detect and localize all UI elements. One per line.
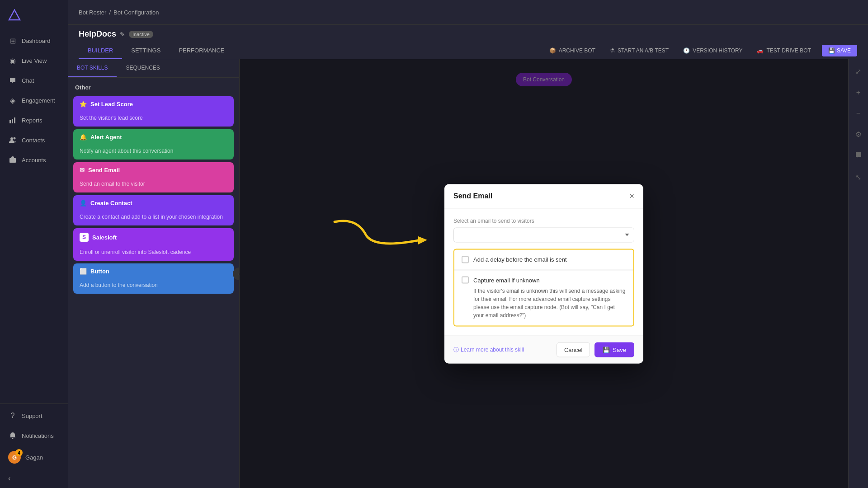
zoom-out-icon[interactable]: − [854,107,863,120]
accounts-icon [8,155,17,164]
breadcrumb-parent[interactable]: Bot Roster [79,9,106,16]
skill-title: Create Contact [90,200,132,206]
ab-test-button[interactable]: ⚗ START AN A/B TEST [606,45,672,56]
sidebar-bottom: ? Support Notifications G 4 Gagan ‹ [0,402,68,488]
sidebar-item-contacts[interactable]: Contacts [0,130,68,150]
capture-description: If the visitor's email is unknown this w… [473,284,626,319]
skill-title: Send Email [88,167,120,174]
test-drive-button[interactable]: 🚗 TEST DRIVE BOT [753,45,814,56]
bell-icon: 🔔 [80,134,87,141]
person-add-icon: 👤 [80,200,87,206]
save-icon: 💾 [828,47,835,54]
capture-checkbox-row[interactable]: Capture email if unknown If the visitor'… [454,270,633,325]
email-icon: ✉ [80,167,85,174]
breadcrumb-separator: / [109,9,111,16]
canvas-area: Bot Conversation Send Email × Select an … [240,59,848,488]
sidebar-item-user[interactable]: G 4 Gagan [0,446,68,469]
modal-footer: ⓘ Learn more about this skill Cancel 💾 S… [444,335,643,363]
sidebar-item-label: Chat [22,77,34,84]
app-logo[interactable] [0,0,68,31]
tab-sequences[interactable]: SEQUENCES [117,59,169,77]
zoom-in-icon[interactable]: + [854,86,863,99]
sidebar-collapse-btn[interactable]: ‹ [0,469,68,488]
skills-section-title: Other [68,78,239,94]
skill-card-salesloft[interactable]: S Salesloft Enroll or unenroll visitor i… [73,228,234,261]
skill-card-create-contact[interactable]: 👤 Create Contact Create a contact and ad… [73,195,234,225]
support-icon: ? [8,411,17,420]
skills-tabs: BOT SKILLS SEQUENCES [68,59,239,78]
email-select[interactable] [453,227,634,242]
skill-description: Create a contact and add to a list in yo… [73,211,234,225]
skill-card-send-email[interactable]: ✉ Send Email Send an email to the visito… [73,162,234,192]
skill-card-button[interactable]: ⬜ Button Add a button to the conversatio… [73,263,234,294]
email-select-label: Select an email to send to visitors [453,217,634,224]
sidebar-item-label: Notifications [22,432,54,439]
contacts-icon [8,136,17,145]
live-view-icon: ◉ [8,56,17,65]
right-sidebar: ⤢ + − ⚙ ⤡ [848,59,868,488]
expand-arrows-icon[interactable]: ⤡ [853,170,864,184]
breadcrumb: Bot Roster / Bot Configuration [79,9,159,16]
skill-description: Enroll or unenroll visitor into Saleslof… [73,246,234,261]
skill-title: Alert Agent [90,134,122,141]
sidebar-item-support[interactable]: ? Support [0,406,68,426]
reports-icon [8,116,17,125]
panel-collapse-button[interactable]: ‹ [233,267,240,280]
skill-title: Button [90,268,109,275]
save-modal-icon: 💾 [603,346,610,353]
sidebar-item-live-view[interactable]: ◉ Live View [0,51,68,70]
archive-bot-button[interactable]: 📦 ARCHIVE BOT [546,45,599,56]
delay-capture-section: Add a delay before the email is sent Cap… [453,249,634,326]
sidebar: ⊞ Dashboard ◉ Live View Chat ◈ Engagemen… [0,0,68,488]
button-icon: ⬜ [80,268,87,275]
modal-action-buttons: Cancel 💾 Save [557,342,634,357]
skill-description: Notify an agent about this conversation [73,145,234,160]
info-icon: ⓘ [453,346,459,353]
edit-icon[interactable]: ✎ [120,31,125,38]
expand-icon[interactable]: ⤢ [853,65,864,79]
save-button[interactable]: 💾 SAVE [822,45,857,56]
settings-icon[interactable]: ⚙ [853,127,864,141]
skill-card-alert-agent[interactable]: 🔔 Alert Agent Notify an agent about this… [73,129,234,160]
delay-checkbox-row[interactable]: Add a delay before the email is sent [454,249,633,270]
modal-title: Send Email [453,192,492,200]
sidebar-item-reports[interactable]: Reports [0,110,68,130]
send-email-modal: Send Email × Select an email to send to … [444,184,643,363]
learn-more-link[interactable]: ⓘ Learn more about this skill [453,346,524,353]
tab-bot-skills[interactable]: BOT SKILLS [68,59,117,77]
version-history-button[interactable]: 🕐 VERSION HISTORY [679,45,746,56]
sidebar-item-label: Dashboard [22,38,51,44]
sidebar-item-notifications[interactable]: Notifications [0,426,68,446]
sidebar-item-label: Accounts [22,157,46,164]
skill-description: Add a button to the conversation [73,279,234,294]
tab-performance[interactable]: PERFORMANCE [170,42,233,59]
skill-card-set-lead-score[interactable]: ⭐ Set Lead Score Set the visitor's lead … [73,96,234,127]
main-content: Bot Roster / Bot Configuration HelpDocs … [68,0,868,488]
sidebar-item-label: Support [22,413,42,419]
cancel-button[interactable]: Cancel [557,342,590,357]
ab-test-icon: ⚗ [610,47,615,54]
notifications-icon [8,431,17,440]
sidebar-item-chat[interactable]: Chat [0,70,68,90]
sidebar-item-dashboard[interactable]: ⊞ Dashboard [0,31,68,51]
content-area: BOT SKILLS SEQUENCES Other ⭐ Set Lead Sc… [68,59,868,488]
chat-right-icon[interactable] [852,149,865,163]
sidebar-item-label: Live View [22,57,47,64]
capture-checkbox[interactable] [462,276,469,283]
salesloft-icon: S [80,233,89,242]
sidebar-item-accounts[interactable]: Accounts [0,150,68,170]
dashboard-icon: ⊞ [8,36,17,45]
modal-save-button[interactable]: 💾 Save [594,342,634,357]
svg-rect-5 [9,158,16,163]
sidebar-item-engagement[interactable]: ◈ Engagement [0,90,68,110]
engagement-icon: ◈ [8,96,17,105]
sidebar-item-label: Reports [22,117,42,124]
skill-title: Set Lead Score [90,101,133,108]
modal-close-button[interactable]: × [629,191,634,201]
skills-panel: BOT SKILLS SEQUENCES Other ⭐ Set Lead Sc… [68,59,240,488]
tab-builder[interactable]: BUILDER [79,42,122,59]
svg-point-3 [10,137,13,140]
delay-checkbox[interactable] [462,256,469,263]
tab-settings[interactable]: SETTINGS [122,42,170,59]
star-icon: ⭐ [80,101,87,108]
